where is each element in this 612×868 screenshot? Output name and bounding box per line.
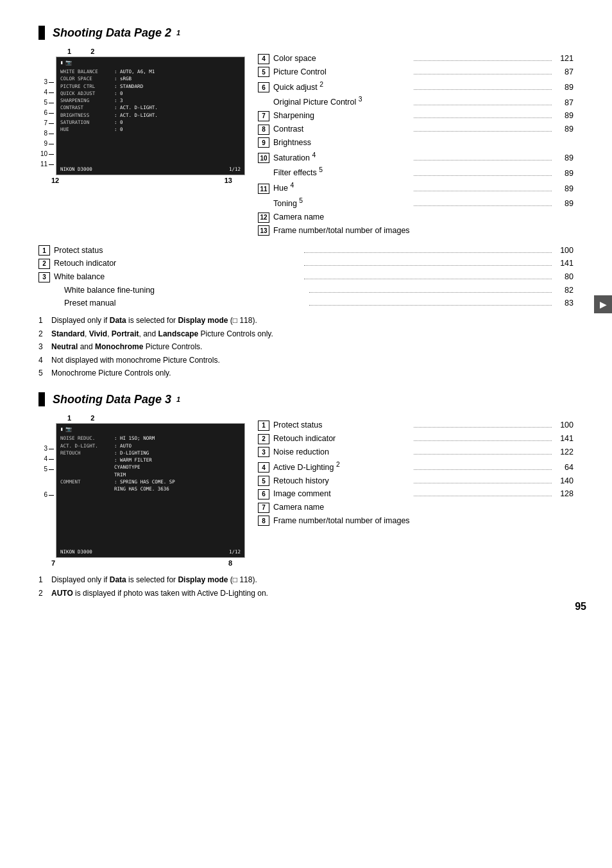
- list-item: Toning 5 89: [258, 196, 574, 210]
- footnote-3: 3 Neutral and Monochrome Picture Control…: [38, 340, 574, 353]
- section1-title-text: Shooting Data Page 2: [53, 26, 171, 40]
- section-bar-icon2: [38, 392, 45, 406]
- section1-left-list: 1 Protect status 100 2 Retouch indicator…: [38, 245, 574, 309]
- list-item: 6 Quick adjust 2 89: [258, 80, 574, 94]
- footnote-2: 2 Standard, Vivid, Portrait, and Landsca…: [38, 327, 574, 340]
- top-num-1: 1: [67, 48, 71, 55]
- list-item: 1 Protect status 100: [258, 419, 574, 431]
- camera-screen-box: ▮ 📷 WHITE BALANCE: AUTO, A6, M1 COLOR SP…: [56, 56, 245, 175]
- list-item: 3 White balance 80: [38, 271, 574, 283]
- left-callout-labels: 3 4 5 6 7 8 9 10 11: [38, 56, 54, 175]
- list-item: 1 Protect status 100: [38, 245, 574, 257]
- section1-content: 1 2 3 4 5 6 7 8 9 10 11: [38, 48, 574, 238]
- list-item: 4 Color space 121: [258, 53, 574, 65]
- left-callout-labels2: 3 4 5 6: [38, 423, 54, 558]
- section1-footnotes: 1 Displayed only if Data is selected for…: [38, 314, 574, 379]
- section1-title: Shooting Data Page 21: [38, 26, 574, 40]
- top-num-2b: 2: [90, 414, 94, 422]
- section2-right-list: 1 Protect status 100 2 Retouch indicator…: [258, 414, 574, 567]
- footnote-s2-2: 2 AUTO is displayed if photo was taken w…: [38, 587, 574, 600]
- top-num-2: 2: [90, 48, 94, 55]
- section2-diagram: 1 2 3 4 5 6 ▮ 📷: [38, 414, 245, 567]
- list-item: 2 Retouch indicator 141: [38, 257, 574, 270]
- section-bar-icon: [38, 26, 45, 40]
- camera-outer2: 3 4 5 6 ▮ 📷 NOISE REDUC.: HI 1SO; N: [38, 423, 245, 558]
- list-item: Original Picture Control 3 87: [258, 94, 574, 108]
- sidebar-arrow-icon[interactable]: ▶: [594, 295, 612, 313]
- list-item: 8 Contrast 89: [258, 123, 574, 135]
- list-item: 7 Sharpening 89: [258, 110, 574, 122]
- list-item: 8 Frame number/total number of images: [258, 515, 574, 527]
- list-item: 5 Retouch history 140: [258, 475, 574, 487]
- list-item: 12 Camera name: [258, 211, 574, 223]
- sub-list-item: Preset manual 83: [38, 297, 574, 309]
- section2-title-text: Shooting Data Page 3: [53, 393, 171, 406]
- list-item: 5 Picture Control 87: [258, 66, 574, 78]
- section1-diagram: 1 2 3 4 5 6 7 8 9 10 11: [38, 48, 245, 238]
- list-item: 3 Noise reduction 122: [258, 446, 574, 458]
- camera-screen: ▮ 📷 WHITE BALANCE: AUTO, A6, M1 COLOR SP…: [56, 57, 244, 175]
- list-item: 11 Hue 4 89: [258, 180, 574, 195]
- section2-title: Shooting Data Page 31: [38, 392, 574, 406]
- top-numbers-row2: 1 2: [67, 414, 245, 422]
- list-item: 2 Retouch indicator 141: [258, 433, 574, 445]
- section1-right-list: 4 Color space 121 5 Picture Control 87 6…: [258, 48, 574, 238]
- footnote-4: 4 Not displayed with monochrome Picture …: [38, 354, 574, 367]
- camera-screen-box2: ▮ 📷 NOISE REDUC.: HI 1SO; NORM ACT. D-LI…: [56, 423, 245, 558]
- list-item: 4 Active D-Lighting 2 64: [258, 460, 574, 474]
- section1: Shooting Data Page 21 1 2 3 4 5 6 7 8: [38, 26, 574, 379]
- list-item: 7 Camera name: [258, 501, 574, 514]
- camera-screen2: ▮ 📷 NOISE REDUC.: HI 1SO; NORM ACT. D-LI…: [56, 424, 244, 557]
- top-num-1b: 1: [67, 414, 71, 422]
- list-item: 13 Frame number/total number of images: [258, 225, 574, 237]
- diagram-bottom-nums: 12 13: [38, 177, 245, 184]
- page-content: Shooting Data Page 21 1 2 3 4 5 6 7 8: [0, 0, 612, 625]
- footnote-5: 5 Monochrome Picture Controls only.: [38, 367, 574, 379]
- list-item: 9 Brightness: [258, 137, 574, 149]
- sub-list-item: White balance fine-tuning 82: [38, 284, 574, 297]
- diagram-bottom-nums2: 7 8: [38, 559, 245, 567]
- list-item: 10 Saturation 4 89: [258, 150, 574, 164]
- top-numbers-row: 1 2: [67, 48, 245, 55]
- section2-content: 1 2 3 4 5 6 ▮ 📷: [38, 414, 574, 567]
- camera-outer: 3 4 5 6 7 8 9 10 11 ▮: [38, 56, 245, 175]
- list-item: Filter effects 5 89: [258, 165, 574, 179]
- section2: Shooting Data Page 31 1 2 3 4 5 6: [38, 392, 574, 600]
- footnote-s2-1: 1 Displayed only if Data is selected for…: [38, 573, 574, 586]
- section2-footnotes: 1 Displayed only if Data is selected for…: [38, 573, 574, 600]
- list-item: 6 Image comment 128: [258, 488, 574, 500]
- footnote-1: 1 Displayed only if Data is selected for…: [38, 314, 574, 327]
- page-number: 95: [575, 601, 586, 612]
